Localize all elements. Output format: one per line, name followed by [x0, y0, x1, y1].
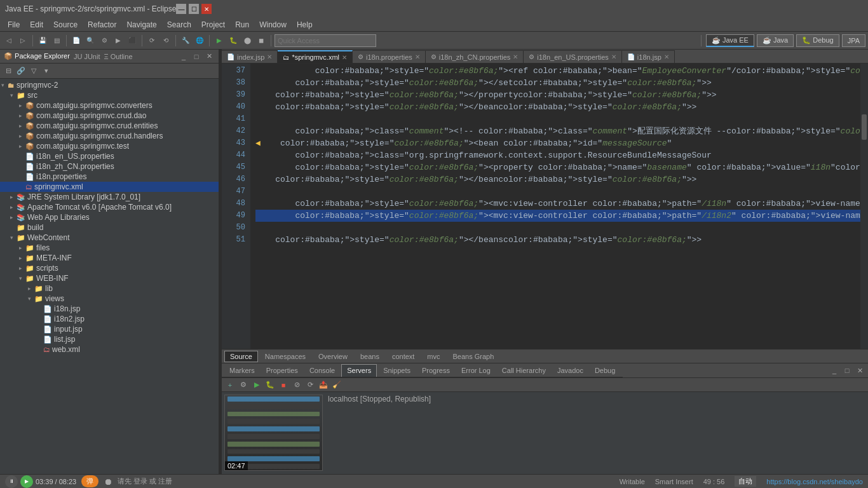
toolbar-btn8[interactable]: ⟲: [159, 34, 172, 47]
menu-run[interactable]: Run: [230, 19, 254, 30]
toolbar-new-btn[interactable]: 📄: [70, 34, 83, 47]
bottom-panel-tab-0[interactable]: Markers: [224, 364, 260, 377]
link-btn[interactable]: 🔗: [15, 65, 27, 77]
menu-help[interactable]: Help: [292, 19, 318, 30]
tab-close-2[interactable]: ✕: [415, 53, 420, 60]
filter-btn[interactable]: ▽: [28, 65, 39, 77]
minimize-view-btn[interactable]: _: [178, 51, 189, 62]
toolbar-save-btn[interactable]: 💾: [36, 34, 49, 47]
bottom-panel-tab-1[interactable]: Properties: [261, 364, 303, 377]
collapse-all-btn[interactable]: ⊟: [3, 65, 14, 77]
editor-tab-5[interactable]: 📄i18n.jsp✕: [622, 50, 675, 63]
tree-item-metainf[interactable]: ▸📁META-INF: [0, 253, 219, 263]
view-menu-btn[interactable]: ▾: [41, 65, 52, 77]
tree-item-f3[interactable]: 📄i18n.properties: [0, 172, 219, 182]
perspective-jpa[interactable]: JPA: [842, 34, 865, 47]
tree-item-pkg3[interactable]: ▸📦com.atguigu.springmvc.crud.entities: [0, 121, 219, 131]
editor-bottom-tab-0[interactable]: Source: [224, 351, 258, 362]
right-scrollbar[interactable]: [860, 64, 868, 349]
bottom-panel-tab-2[interactable]: Console: [304, 364, 340, 377]
server-clean-btn[interactable]: 🧹: [331, 379, 342, 391]
editor-bottom-tab-6[interactable]: Beans Graph: [447, 351, 500, 362]
toolbar-btn12[interactable]: ◼: [255, 34, 268, 47]
maximize-button[interactable]: ☐: [189, 4, 199, 14]
tree-item-pkg2[interactable]: ▸📦com.atguigu.springmvc.crud.dao: [0, 111, 219, 121]
editor-tab-4[interactable]: ⚙i18n_en_US.properties✕: [524, 50, 622, 63]
server-debug-start-btn[interactable]: 🐛: [264, 379, 276, 391]
code-content[interactable]: color:#bababa;">style="color:#e8bf6a;"><…: [250, 64, 860, 349]
editor-tab-3[interactable]: ⚙i18n_zh_CN.properties✕: [426, 50, 524, 63]
toolbar-btn10[interactable]: 🌐: [193, 34, 206, 47]
bounce-btn[interactable]: 弹: [81, 475, 98, 487]
toolbar-btn2[interactable]: ▤: [50, 34, 63, 47]
server-start-btn[interactable]: ▶: [251, 379, 262, 391]
tree-item-tomcat[interactable]: ▸📚Apache Tomcat v6.0 [Apache Tomcat v6.0…: [0, 202, 219, 212]
editor-bottom-tab-4[interactable]: context: [386, 351, 420, 362]
menu-search[interactable]: Search: [162, 19, 196, 30]
play-btn[interactable]: ▶: [20, 475, 33, 488]
quick-access-input[interactable]: [275, 34, 376, 47]
auto-btn[interactable]: 自动: [735, 476, 756, 487]
tree-item-src[interactable]: ▾📁src: [0, 90, 219, 100]
tree-item-f1[interactable]: 📄i18n_en_US.properties: [0, 151, 219, 161]
bottom-panel-tab-6[interactable]: Error Log: [456, 364, 496, 377]
minimize-button[interactable]: —: [176, 4, 186, 14]
toolbar-btn4[interactable]: ⚙: [98, 34, 111, 47]
close-view-btn[interactable]: ✕: [203, 51, 215, 62]
server-settings-btn[interactable]: ⚙: [238, 379, 249, 391]
tree-item-webcontent[interactable]: ▾📁WebContent: [0, 233, 219, 243]
toolbar-forward-btn[interactable]: ▷: [17, 34, 29, 47]
tab-package-explorer[interactable]: 📦 Package Explorer: [4, 52, 70, 60]
menu-project[interactable]: Project: [196, 19, 230, 30]
bottom-minimize-btn[interactable]: _: [829, 365, 840, 376]
tab-junit[interactable]: JU JUnit: [74, 53, 100, 60]
tab-close-4[interactable]: ✕: [611, 53, 616, 60]
tree-item-pkg1[interactable]: ▸📦com.atguigu.springmvc.converters: [0, 100, 219, 111]
code-editor[interactable]: 373839404142434445464748495051 color:#ba…: [222, 64, 860, 349]
play-pause-btn[interactable]: ⏸: [5, 475, 18, 488]
bottom-panel-tab-8[interactable]: Javadoc: [552, 364, 588, 377]
perspective-java[interactable]: ☕ Java: [757, 34, 794, 47]
bottom-panel-tab-5[interactable]: Progress: [417, 364, 455, 377]
maximize-view-btn[interactable]: □: [191, 51, 202, 62]
tree-item-jre[interactable]: ▸📚JRE System Library [jdk1.7.0_01]: [0, 192, 219, 202]
record-btn[interactable]: ⏺: [104, 477, 112, 487]
editor-bottom-tab-2[interactable]: Overview: [313, 351, 353, 362]
tree-item-vwebxml[interactable]: 🗂web.xml: [0, 344, 219, 355]
tree-item-webinf[interactable]: ▾📁WEB-INF: [0, 273, 219, 283]
scrollbar-thumb[interactable]: [862, 114, 867, 140]
tree-item-scripts[interactable]: ▸📁scripts: [0, 263, 219, 273]
tree-item-files[interactable]: ▸📁files: [0, 243, 219, 253]
toolbar-btn9[interactable]: 🔧: [179, 34, 192, 47]
toolbar-run-btn[interactable]: ▶: [213, 34, 226, 47]
toolbar-btn7[interactable]: ⟳: [146, 34, 158, 47]
menu-window[interactable]: Window: [254, 19, 292, 30]
bottom-panel-tab-3[interactable]: Servers: [341, 364, 377, 377]
tree-item-f4[interactable]: 🗂springmvc.xml: [0, 182, 219, 192]
tree-item-webapp[interactable]: ▸📚Web App Libraries: [0, 212, 219, 222]
tree-item-springmvc2[interactable]: ▾🖿springmvc-2: [0, 80, 219, 90]
menu-refactor[interactable]: Refactor: [83, 19, 121, 30]
perspective-javaee[interactable]: ☕ Java EE: [706, 34, 754, 47]
menu-navigate[interactable]: Navigate: [121, 19, 161, 30]
bottom-close-btn[interactable]: ✕: [854, 365, 865, 376]
menu-source[interactable]: Source: [48, 19, 83, 30]
toolbar-btn5[interactable]: ▶: [112, 34, 125, 47]
tree-item-vi18n2[interactable]: 📄i18n2.jsp: [0, 314, 219, 324]
tree-item-build[interactable]: 📁build: [0, 222, 219, 233]
tab-close-0[interactable]: ✕: [267, 53, 272, 60]
toolbar-btn6[interactable]: ⬛: [126, 34, 139, 47]
bottom-panel-tab-9[interactable]: Debug: [590, 364, 620, 377]
bottom-panel-tab-7[interactable]: Call Hierarchy: [497, 364, 551, 377]
tree-item-views[interactable]: ▾📁views: [0, 294, 219, 304]
editor-tab-1[interactable]: 🗂*springmvc.xml✕: [278, 50, 353, 63]
perspective-debug[interactable]: 🐛 Debug: [796, 34, 839, 47]
menu-file[interactable]: File: [3, 19, 25, 30]
toolbar-btn11[interactable]: ⬤: [241, 34, 254, 47]
server-publish-btn[interactable]: 📤: [318, 379, 329, 391]
server-refresh-btn[interactable]: ⟳: [304, 379, 316, 391]
toolbar-btn3[interactable]: 🔍: [84, 34, 97, 47]
menu-edit[interactable]: Edit: [25, 19, 48, 30]
tree-item-vlist[interactable]: 📄list.jsp: [0, 334, 219, 344]
tab-close-3[interactable]: ✕: [513, 53, 518, 60]
